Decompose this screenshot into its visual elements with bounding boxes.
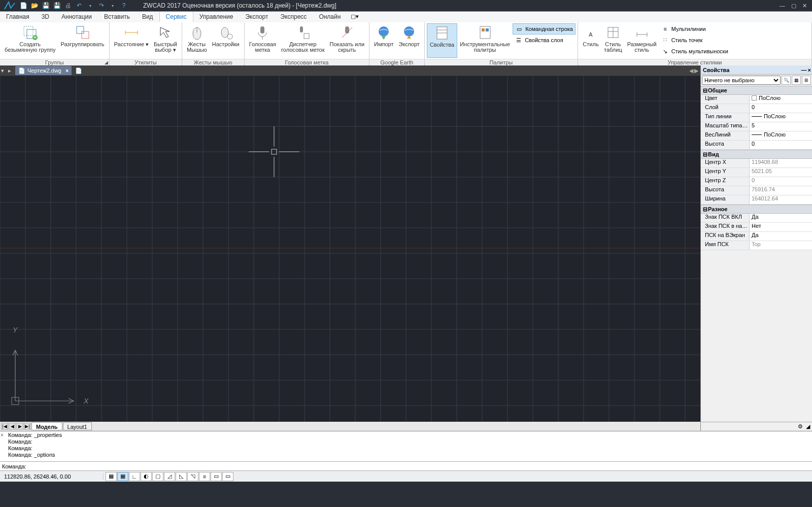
property-row[interactable]: Центр Y5021.05 (701, 168, 812, 177)
property-value[interactable]: Да (750, 214, 812, 222)
property-group-header[interactable]: ⊟Общие (701, 86, 812, 95)
status-toggle-snap-icon[interactable]: ▦ (117, 472, 128, 481)
status-toggle-lwt-icon[interactable]: ◺ (176, 472, 187, 481)
property-value[interactable]: ПоСлою (750, 113, 812, 122)
qat-new-icon[interactable]: 📄 (19, 2, 27, 10)
qat-undo-dropdown-icon[interactable]: ▾ (86, 2, 94, 10)
window-close-icon[interactable]: ✕ (802, 3, 807, 9)
layout-nav-last-icon[interactable]: ▶| (24, 423, 31, 430)
qat-help-icon[interactable]: ? (120, 2, 128, 10)
status-toggle-dyn-icon[interactable]: ◹ (187, 472, 198, 481)
point-style-button[interactable]: ∷ Стиль точек (659, 35, 730, 46)
voice-show-hide-button[interactable]: Показать или скрыть (327, 23, 367, 58)
property-value[interactable]: Да (750, 232, 812, 241)
palette-close-icon[interactable]: × (808, 67, 811, 73)
layout1-tab[interactable]: Layout1 (63, 422, 92, 430)
property-value[interactable]: 0 (750, 141, 812, 149)
property-value[interactable]: ПоСлою (750, 95, 812, 104)
document-tab[interactable]: 📄 Чертеж2.dwg × (15, 66, 72, 75)
ungroup-button[interactable]: Разгруппировать (58, 23, 107, 58)
tool-palettes-button[interactable]: Инструментальные палитры (457, 23, 513, 58)
panel-launcher-groups-icon[interactable]: ◢ (105, 60, 108, 65)
new-document-tab-icon[interactable]: 📄 (73, 67, 85, 74)
text-style-button[interactable]: A Стиль (580, 23, 601, 58)
property-row[interactable]: Тип линииПоСлою (701, 113, 812, 122)
tab-pin-icon[interactable]: ▸ (8, 67, 11, 74)
palette-settings-icon[interactable]: ⚙ (798, 423, 803, 430)
property-row[interactable]: Центр X119408.68 (701, 159, 812, 168)
ribbon-tab-view[interactable]: Вид (136, 12, 159, 22)
ribbon-tab-annotations[interactable]: Аннотации (55, 12, 98, 22)
status-toggle-ortho-icon[interactable]: ∟ (129, 472, 140, 481)
properties-selection-dropdown[interactable]: Ничего не выбрано (702, 76, 781, 85)
ge-import-button[interactable]: Импорт (371, 23, 396, 58)
property-row[interactable]: ЦветПоСлою (701, 95, 812, 104)
ribbon-tab-online[interactable]: Онлайн (313, 12, 347, 22)
ge-export-button[interactable]: Экспорт (396, 23, 422, 58)
property-row[interactable]: ВесЛинийПоСлою (701, 131, 812, 141)
toggle-pickadd-icon[interactable]: ⊞ (802, 76, 811, 85)
status-toggle-grid-icon[interactable]: ▦ (106, 472, 117, 481)
property-row[interactable]: Ширина164012.64 (701, 195, 812, 205)
properties-title-bar[interactable]: Свойства —× (701, 65, 812, 75)
close-tab-icon[interactable]: × (65, 67, 69, 74)
status-toggle-b-icon[interactable]: ▭ (222, 472, 233, 481)
property-row[interactable]: Центр Z0 (701, 177, 812, 186)
qat-save-icon[interactable]: 💾 (42, 2, 50, 10)
window-maximize-icon[interactable]: ▢ (791, 3, 796, 9)
ribbon-tab-insert[interactable]: Вставить (98, 12, 136, 22)
qat-undo-icon[interactable]: ↶ (75, 2, 83, 10)
property-row[interactable]: ПСК на ВЭкранДа (701, 232, 812, 241)
status-toggle-osnap-icon[interactable]: ▢ (152, 472, 163, 481)
ribbon-tab-3d[interactable]: 3D (36, 12, 55, 22)
command-close-icon[interactable]: × (1, 432, 4, 438)
status-toggle-otrack-icon[interactable]: ◿ (164, 472, 175, 481)
property-value[interactable]: 5 (750, 122, 812, 131)
property-row[interactable]: Слой0 (701, 104, 812, 113)
voice-label-button[interactable]: Голосовая метка (247, 23, 279, 58)
tab-dropdown-icon[interactable]: ▾ (1, 67, 4, 74)
gesture-settings-button[interactable]: Настройки (210, 23, 242, 58)
qat-open-icon[interactable]: 📂 (30, 2, 39, 10)
ribbon-tab-service[interactable]: Сервис (159, 12, 193, 22)
property-value[interactable]: ПоСлою (750, 131, 812, 140)
properties-palette-button[interactable]: Свойства (427, 23, 457, 58)
window-minimize-icon[interactable]: — (780, 3, 785, 9)
multileader-style-button[interactable]: ↘ Стиль мультивыноски (659, 46, 730, 57)
command-history[interactable]: × Команда: _properties Команда: Команда:… (0, 431, 812, 461)
ribbon-tab-manage[interactable]: Управление (193, 12, 240, 22)
layer-properties-button[interactable]: ☰ Свойства слоя (513, 35, 576, 46)
coordinates-display[interactable]: 112820.86, 26248.46, 0.00 (2, 474, 104, 480)
status-toggle-polar-icon[interactable]: ◐ (141, 472, 152, 481)
ribbon-expand-toggle-icon[interactable]: ▢▾ (347, 12, 363, 22)
quick-select-button[interactable]: Быстрый выбор ▾ (151, 23, 180, 58)
property-value[interactable]: 0 (750, 104, 812, 113)
quick-select-palette-icon[interactable]: 🔍 (782, 76, 791, 85)
property-group-header[interactable]: ⊟Вид (701, 150, 812, 159)
property-row[interactable]: Имя ПСКTop (701, 241, 812, 250)
property-group-header[interactable]: ⊟Разное (701, 205, 812, 214)
property-row[interactable]: Знак ПСК в нач. ...Нет (701, 223, 812, 232)
model-tab[interactable]: Модель (31, 422, 62, 430)
property-row[interactable]: Высота75916.74 (701, 186, 812, 195)
qat-saveas-icon[interactable]: 💾 (53, 2, 61, 10)
layout-nav-first-icon[interactable]: |◀ (1, 423, 8, 430)
command-input[interactable] (26, 463, 812, 470)
multilines-button[interactable]: ≡ Мультилинии (659, 23, 730, 35)
qat-print-icon[interactable]: 🖨 (64, 2, 72, 10)
property-row[interactable]: Знак ПСК ВКЛДа (701, 214, 812, 223)
pick-add-icon[interactable]: ▦ (792, 76, 801, 85)
table-style-button[interactable]: Стиль таблиц (601, 23, 625, 58)
qat-redo-dropdown-icon[interactable]: ▾ (109, 2, 117, 10)
ribbon-tab-export[interactable]: Экспорт (239, 12, 274, 22)
palette-minimize-icon[interactable]: — (801, 67, 807, 73)
layout-nav-prev-icon[interactable]: ◀ (9, 423, 16, 430)
tab-scroll-right-icon[interactable]: ▶ (694, 67, 698, 74)
drawing-canvas[interactable]: Y X (0, 76, 700, 422)
property-row[interactable]: Масштаб типа л...5 (701, 122, 812, 131)
mouse-gestures-button[interactable]: Жесты Мышью (184, 23, 210, 58)
qat-redo-icon[interactable]: ↷ (97, 2, 106, 10)
property-row[interactable]: Высота0 (701, 141, 812, 150)
ribbon-tab-express[interactable]: Экспресс (275, 12, 313, 22)
status-toggle-model-icon[interactable]: ≡ (199, 472, 210, 481)
